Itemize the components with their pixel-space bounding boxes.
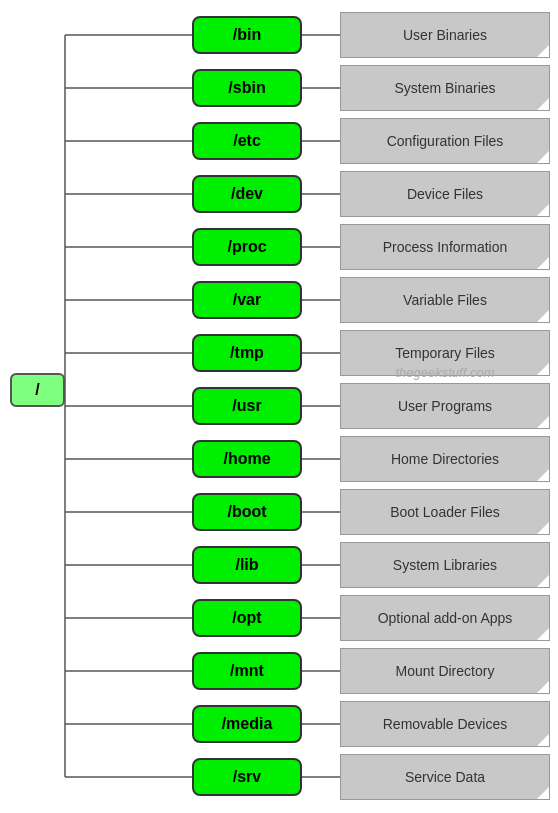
dir-node-tmp: /tmp (192, 334, 302, 372)
root-node: / (10, 373, 65, 407)
desc-node-boot: Boot Loader Files (340, 489, 550, 535)
dir-node-boot: /boot (192, 493, 302, 531)
dir-node-usr: /usr (192, 387, 302, 425)
dir-node-dev: /dev (192, 175, 302, 213)
dir-node-var: /var (192, 281, 302, 319)
dir-node-opt: /opt (192, 599, 302, 637)
desc-node-lib: System Libraries (340, 542, 550, 588)
desc-node-proc: Process Information (340, 224, 550, 270)
dir-node-media: /media (192, 705, 302, 743)
desc-node-mnt: Mount Directory (340, 648, 550, 694)
dir-node-lib: /lib (192, 546, 302, 584)
diagram: / /bi (0, 0, 558, 813)
dir-node-sbin: /sbin (192, 69, 302, 107)
dir-node-mnt: /mnt (192, 652, 302, 690)
desc-node-etc: Configuration Files (340, 118, 550, 164)
desc-node-opt: Optional add-on Apps (340, 595, 550, 641)
dir-node-etc: /etc (192, 122, 302, 160)
desc-node-bin: User Binaries (340, 12, 550, 58)
dir-node-proc: /proc (192, 228, 302, 266)
dir-node-home: /home (192, 440, 302, 478)
dir-node-srv: /srv (192, 758, 302, 796)
desc-node-media: Removable Devices (340, 701, 550, 747)
desc-node-dev: Device Files (340, 171, 550, 217)
root-label: / (35, 381, 39, 399)
desc-node-sbin: System Binaries (340, 65, 550, 111)
dir-node-bin: /bin (192, 16, 302, 54)
desc-node-home: Home Directories (340, 436, 550, 482)
desc-node-usr: User Programs (340, 383, 550, 429)
watermark: thegeekstuff.com (340, 365, 550, 380)
desc-node-srv: Service Data (340, 754, 550, 800)
desc-node-var: Variable Files (340, 277, 550, 323)
